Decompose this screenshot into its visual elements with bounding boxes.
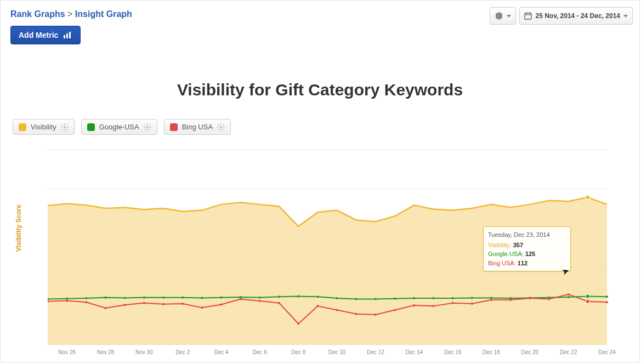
svg-text:Dec 12: Dec 12 — [367, 349, 384, 355]
tooltip-label-google: Google-USA: — [488, 251, 524, 257]
svg-point-62 — [240, 298, 242, 300]
svg-point-33 — [259, 297, 261, 299]
top-right-controls: 25 Nov, 2014 - 24 Dec, 2014 — [490, 7, 633, 25]
svg-point-51 — [606, 295, 608, 298]
svg-text:Nov 30: Nov 30 — [135, 349, 153, 355]
svg-point-77 — [529, 297, 531, 299]
svg-text:Dec 14: Dec 14 — [405, 349, 423, 355]
svg-rect-0 — [64, 35, 65, 38]
gear-icon[interactable] — [144, 123, 151, 131]
svg-point-7 — [64, 126, 66, 128]
gear-icon[interactable] — [61, 123, 69, 131]
breadcrumb-current[interactable]: Insight Graph — [75, 9, 132, 19]
tooltip-label-bing: Bing USA: — [488, 260, 516, 266]
svg-text:Dec 22: Dec 22 — [560, 349, 577, 355]
svg-point-41 — [413, 297, 415, 299]
legend-swatch — [170, 123, 178, 131]
svg-point-23 — [66, 298, 68, 300]
svg-point-76 — [509, 299, 512, 301]
svg-point-37 — [336, 297, 338, 299]
legend-label: Google-USA — [99, 123, 139, 131]
legend-item-google[interactable]: Google-USA — [81, 119, 157, 135]
svg-text:Dec 18: Dec 18 — [483, 349, 500, 355]
breadcrumb-parent[interactable]: Rank Graphs — [10, 9, 65, 19]
svg-point-36 — [316, 295, 319, 298]
app-frame: Rank Graphs > Insight Graph Add Metric 2… — [0, 0, 640, 363]
svg-point-27 — [143, 297, 145, 299]
svg-point-32 — [240, 296, 242, 298]
tooltip-date: Tuesday, Dec 23, 2014 — [488, 230, 566, 240]
svg-point-42 — [432, 297, 434, 299]
breadcrumb-sep: > — [67, 9, 72, 19]
svg-point-78 — [548, 298, 550, 300]
svg-text:Dec 8: Dec 8 — [291, 349, 306, 355]
svg-point-39 — [375, 298, 377, 300]
bar-chart-icon — [64, 32, 72, 38]
svg-point-72 — [432, 305, 434, 307]
svg-text:Dec 16: Dec 16 — [444, 349, 462, 355]
y-axis-title: Visibility Score — [15, 204, 22, 252]
svg-text:Dec 20: Dec 20 — [521, 349, 538, 355]
legend-label: Visibility — [31, 123, 56, 131]
svg-point-49 — [568, 296, 570, 298]
legend-item-visibility[interactable]: Visibility — [13, 119, 75, 135]
legend-item-bing[interactable]: Bing USA — [164, 119, 231, 135]
svg-point-82 — [586, 195, 590, 200]
breadcrumb: Rank Graphs > Insight Graph — [10, 9, 132, 19]
svg-point-44 — [471, 297, 473, 299]
caret-down-icon — [507, 15, 511, 18]
svg-point-29 — [181, 297, 184, 299]
legend-swatch — [19, 123, 26, 131]
svg-point-60 — [201, 306, 203, 309]
svg-point-30 — [201, 297, 203, 299]
svg-rect-3 — [525, 13, 531, 19]
chart-area: Visibility Score 1100200300400500Nov 26N… — [13, 147, 627, 356]
svg-point-34 — [278, 295, 280, 298]
tooltip-value-bing: 112 — [518, 260, 527, 266]
chart-title: Visibility for Gift Category Keywords — [1, 81, 639, 99]
gear-icon[interactable] — [217, 123, 225, 131]
svg-point-24 — [85, 297, 87, 299]
date-range-button[interactable]: 25 Nov, 2014 - 24 Dec, 2014 — [519, 7, 633, 25]
svg-point-54 — [85, 301, 87, 303]
svg-point-35 — [297, 295, 299, 298]
svg-point-63 — [259, 300, 261, 302]
add-metric-label: Add Metric — [19, 31, 58, 39]
svg-point-74 — [471, 303, 473, 305]
cube-icon — [495, 12, 503, 20]
svg-point-43 — [452, 297, 454, 299]
svg-point-71 — [413, 304, 415, 306]
svg-point-66 — [316, 305, 319, 307]
svg-point-56 — [124, 304, 126, 306]
svg-rect-5 — [526, 13, 527, 14]
svg-point-68 — [355, 313, 358, 315]
calendar-icon — [524, 12, 532, 20]
svg-point-64 — [278, 302, 280, 304]
cube-dropdown-button[interactable] — [490, 7, 516, 25]
svg-rect-6 — [530, 13, 531, 14]
svg-point-38 — [355, 298, 358, 300]
svg-rect-2 — [69, 32, 71, 38]
svg-point-79 — [568, 293, 570, 295]
svg-point-28 — [162, 297, 164, 299]
svg-point-59 — [181, 303, 184, 305]
svg-point-9 — [220, 126, 222, 128]
svg-point-84 — [586, 299, 589, 303]
svg-point-8 — [146, 126, 149, 128]
svg-point-75 — [490, 299, 492, 301]
add-metric-button[interactable]: Add Metric — [10, 26, 81, 44]
svg-rect-1 — [66, 33, 68, 38]
tooltip-value-visibility: 357 — [513, 242, 523, 248]
svg-text:Nov 28: Nov 28 — [97, 349, 115, 355]
svg-point-73 — [452, 302, 454, 304]
legend-swatch — [87, 123, 95, 131]
svg-point-70 — [394, 309, 396, 311]
svg-point-31 — [220, 297, 223, 299]
svg-point-40 — [394, 298, 396, 300]
svg-text:Nov 26: Nov 26 — [58, 349, 76, 355]
svg-point-83 — [586, 294, 589, 298]
svg-point-45 — [490, 297, 492, 299]
svg-point-53 — [66, 299, 68, 302]
chart-tooltip: Tuesday, Dec 23, 2014 Visibility: 357 Go… — [483, 226, 571, 271]
svg-point-65 — [297, 322, 299, 325]
